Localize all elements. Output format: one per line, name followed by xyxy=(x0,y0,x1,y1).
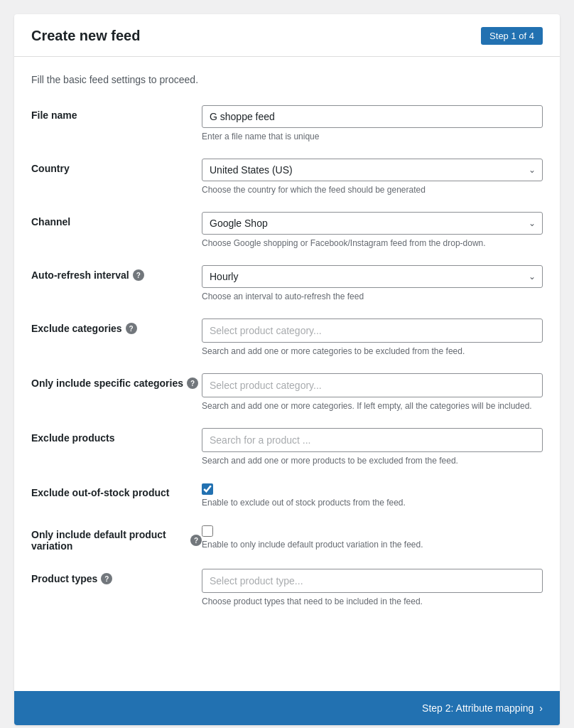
auto-refresh-row: Auto-refresh interval ? Hourly Daily Wee… xyxy=(31,265,543,301)
default-product-variation-checkbox[interactable] xyxy=(202,525,213,537)
file-name-hint: Enter a file name that is unique xyxy=(202,132,543,141)
include-categories-label: Only include specific categories ? xyxy=(31,378,202,389)
country-label: Country xyxy=(31,163,202,174)
footer-bar: Step 2: Attribute mapping › xyxy=(14,691,560,725)
exclude-out-of-stock-label: Exclude out-of-stock product xyxy=(31,487,202,498)
exclude-products-input[interactable] xyxy=(202,428,543,452)
card-body: Fill the basic feed settings to proceed.… xyxy=(14,57,560,641)
next-step-label: Step 2: Attribute mapping xyxy=(422,702,534,714)
exclude-out-of-stock-hint: Enable to exclude out of stock products … xyxy=(202,498,543,508)
exclude-categories-input[interactable] xyxy=(202,318,543,343)
exclude-categories-hint: Search and add one or more categories to… xyxy=(202,346,543,356)
product-types-hint: Choose product types that need to be inc… xyxy=(202,596,543,606)
exclude-products-hint: Search and add one or more products to b… xyxy=(202,456,543,466)
product-types-input[interactable] xyxy=(202,569,543,593)
channel-label: Channel xyxy=(31,216,202,228)
exclude-categories-row: Exclude categories ? Search and add one … xyxy=(31,318,543,356)
file-name-input[interactable] xyxy=(202,105,543,128)
product-types-help-icon[interactable]: ? xyxy=(101,573,112,584)
form-subtitle: Fill the basic feed settings to proceed. xyxy=(31,74,543,85)
auto-refresh-help-icon[interactable]: ? xyxy=(133,269,144,281)
channel-hint: Choose Google shopping or Facebook/Insta… xyxy=(202,238,543,248)
exclude-products-label: Exclude products xyxy=(31,432,202,444)
auto-refresh-select[interactable]: Hourly Daily Weekly xyxy=(202,265,543,288)
country-select[interactable]: United States (US) United Kingdom (UK) C… xyxy=(202,159,543,181)
product-types-label: Product types ? xyxy=(31,573,202,584)
next-step-button[interactable]: Step 2: Attribute mapping › xyxy=(405,691,560,725)
step-badge: Step 1 of 4 xyxy=(481,27,543,45)
card-header: Create new feed Step 1 of 4 xyxy=(14,14,560,57)
file-name-row: File name Enter a file name that is uniq… xyxy=(31,105,543,141)
page-title: Create new feed xyxy=(31,28,140,44)
include-categories-hint: Search and add one or more categories. I… xyxy=(202,401,543,411)
exclude-products-row: Exclude products Search and add one or m… xyxy=(31,428,543,466)
create-feed-card: Create new feed Step 1 of 4 Fill the bas… xyxy=(14,14,560,725)
country-hint: Choose the country for which the feed sh… xyxy=(202,185,543,195)
auto-refresh-label: Auto-refresh interval ? xyxy=(31,269,202,281)
default-product-variation-hint: Enable to only include default product v… xyxy=(202,540,543,550)
exclude-out-of-stock-row: Exclude out-of-stock product Enable to e… xyxy=(31,483,543,508)
include-categories-row: Only include specific categories ? Searc… xyxy=(31,373,543,411)
next-step-chevron-icon: › xyxy=(539,702,543,714)
include-categories-input[interactable] xyxy=(202,373,543,397)
product-types-row: Product types ? Choose product types tha… xyxy=(31,569,543,606)
auto-refresh-hint: Choose an interval to auto-refresh the f… xyxy=(202,291,543,301)
exclude-categories-label: Exclude categories ? xyxy=(31,323,202,334)
default-product-variation-help-icon[interactable]: ? xyxy=(190,535,202,546)
channel-row: Channel Google Shop Facebook/Instagram ⌄… xyxy=(31,212,543,248)
default-product-variation-label: Only include default product variation ? xyxy=(31,529,202,552)
default-product-variation-row: Only include default product variation ?… xyxy=(31,525,543,552)
exclude-categories-help-icon[interactable]: ? xyxy=(126,323,137,334)
channel-select[interactable]: Google Shop Facebook/Instagram xyxy=(202,212,543,235)
country-row: Country United States (US) United Kingdo… xyxy=(31,159,543,195)
exclude-out-of-stock-checkbox[interactable] xyxy=(202,483,213,495)
file-name-label: File name xyxy=(31,109,202,121)
include-categories-help-icon[interactable]: ? xyxy=(187,378,198,389)
